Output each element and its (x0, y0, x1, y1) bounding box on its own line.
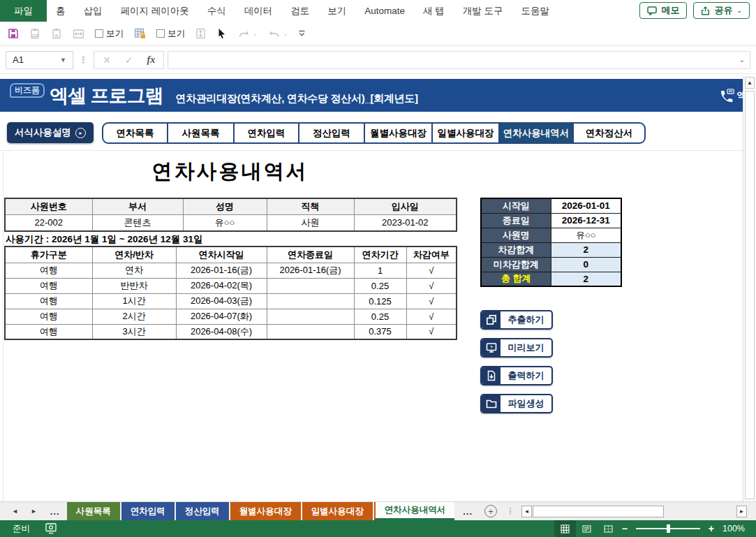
undo-button[interactable]: ⌄ (268, 29, 288, 38)
table-cell[interactable] (267, 309, 354, 324)
nav-tab-daily-ledger[interactable]: 일별사용대장 (431, 124, 498, 142)
sheet-tab-settlement-entry[interactable]: 정산입력 (176, 502, 229, 520)
name-box[interactable]: A1 ▼ (6, 51, 73, 69)
ribbon-tab-insert[interactable]: 삽입 (75, 0, 112, 22)
table-cell[interactable] (267, 324, 354, 339)
table-cell[interactable]: 여행 (5, 293, 92, 309)
new-sheet-button[interactable]: + (484, 505, 497, 517)
table-cell[interactable]: 22-002 (5, 214, 92, 231)
table-cell[interactable]: 2026-04-02(목) (176, 278, 267, 293)
table-cell[interactable]: √ (406, 263, 457, 278)
view-checkbox-1[interactable]: 보기 (95, 28, 124, 40)
protect-sheet-button[interactable] (134, 28, 146, 39)
table-cell[interactable] (267, 278, 354, 293)
ribbon-tab-new-tab[interactable]: 새 탭 (414, 0, 454, 22)
scroll-up-button[interactable]: ▲ (745, 77, 755, 89)
sheet-tab-leave-entry[interactable]: 연차입력 (121, 502, 175, 520)
summary-value[interactable]: 2026-12-31 (551, 213, 621, 228)
table-cell[interactable]: √ (406, 293, 457, 309)
zoom-out-button[interactable]: − (619, 523, 630, 534)
hidden-sheets-left[interactable]: ... (43, 502, 67, 520)
ribbon-tab-automate[interactable]: Automate (355, 0, 414, 22)
scroll-left-button[interactable]: ◄ (521, 506, 532, 517)
table-cell[interactable]: 1 (354, 263, 406, 278)
horizontal-scrollbar[interactable]: ◄ ► (521, 506, 747, 517)
preview-button[interactable]: 미리보기 (480, 338, 553, 358)
hidden-sheets-right[interactable]: ... (456, 502, 480, 520)
table-cell[interactable]: 0.25 (354, 278, 406, 293)
nav-tab-leave-settlement[interactable]: 연차정산서 (572, 124, 644, 142)
table-cell[interactable]: √ (406, 309, 457, 324)
ribbon-tab-page-layout[interactable]: 페이지 레이아웃 (112, 0, 198, 22)
zoom-level[interactable]: 100% (722, 524, 745, 534)
summary-value[interactable]: 2 (551, 272, 621, 286)
table-cell[interactable]: 1시간 (92, 293, 176, 309)
ribbon-tab-view[interactable]: 보기 (318, 0, 355, 22)
summary-value[interactable]: 유○○ (551, 228, 621, 242)
nav-tab-monthly-ledger[interactable]: 월별사용대장 (364, 124, 431, 142)
ribbon-tab-developer[interactable]: 개발 도구 (454, 0, 512, 22)
sheet-tab-usage-statement-active[interactable]: 연차사용내역서 (374, 502, 455, 520)
nav-tab-usage-statement[interactable]: 연차사용내역서 (498, 124, 572, 142)
create-file-button[interactable]: 파일생성 (480, 394, 553, 413)
zoom-in-button[interactable]: + (706, 523, 717, 534)
zoom-slider[interactable] (636, 528, 700, 529)
select-cursor-button[interactable] (216, 28, 227, 39)
table-cell[interactable]: 2026-04-07(화) (176, 309, 267, 324)
sheet-tab-daily-ledger[interactable]: 일별사용대장 (302, 502, 373, 520)
sheet-scroll-right-icon[interactable]: ► (24, 502, 43, 520)
zoom-slider-thumb[interactable] (667, 524, 670, 533)
insert-function-icon[interactable]: fx (147, 54, 155, 66)
autofit-button[interactable] (73, 29, 84, 39)
row-height-button[interactable] (195, 28, 206, 39)
view-checkbox-2[interactable]: 보기 (156, 28, 185, 40)
ribbon-tab-data[interactable]: 데이터 (235, 0, 282, 22)
table-cell[interactable]: 유○○ (183, 214, 267, 231)
formula-input[interactable]: ⌄ (168, 51, 750, 69)
table-cell[interactable]: 콘텐츠 (92, 214, 183, 231)
ribbon-tab-home[interactable]: 홈 (47, 0, 75, 22)
table-cell[interactable]: 연차 (92, 263, 176, 278)
ribbon-tab-file[interactable]: 파일 (0, 0, 47, 22)
summary-value[interactable]: 2 (551, 242, 621, 257)
table-cell[interactable]: 2026-01-16(금) (267, 263, 354, 278)
table-cell[interactable]: 3시간 (92, 324, 176, 339)
extract-button[interactable]: 추출하기 (480, 310, 553, 330)
cancel-icon[interactable]: ✕ (103, 54, 111, 66)
table-cell[interactable]: √ (406, 278, 457, 293)
nav-tab-employee-list[interactable]: 사원목록 (167, 124, 233, 142)
ribbon-tab-formulas[interactable]: 수식 (198, 0, 235, 22)
table-cell[interactable]: 여행 (5, 278, 92, 293)
enter-icon[interactable]: ✓ (125, 54, 133, 66)
table-cell[interactable]: 2026-01-16(금) (176, 263, 267, 278)
table-cell[interactable]: 여행 (5, 263, 92, 278)
sheet-scroll-left-icon[interactable]: ◄ (0, 502, 24, 520)
table-cell[interactable]: 여행 (5, 324, 92, 339)
horizontal-scroll-thumb[interactable] (533, 506, 664, 517)
table-cell[interactable]: √ (406, 324, 457, 339)
customize-toolbar-button[interactable] (298, 30, 306, 37)
table-cell[interactable]: 2026-04-03(금) (176, 293, 267, 309)
table-cell[interactable]: 2시간 (92, 309, 176, 324)
table-cell[interactable]: 0.25 (354, 309, 406, 324)
summary-value[interactable]: 2026-01-01 (551, 198, 621, 213)
table-cell[interactable]: 2023-01-02 (354, 214, 457, 231)
ribbon-tab-help[interactable]: 도움말 (512, 0, 559, 22)
paste-values-button[interactable]: 123 (29, 28, 40, 39)
comments-button[interactable]: 메모 (639, 2, 687, 19)
normal-view-button[interactable] (554, 520, 576, 537)
save-button[interactable] (8, 28, 19, 39)
sheet-tab-monthly-ledger[interactable]: 월별사용대장 (230, 502, 301, 520)
nav-tab-settlement-entry[interactable]: 정산입력 (298, 124, 364, 142)
page-layout-view-button[interactable] (576, 520, 598, 537)
table-cell[interactable] (267, 293, 354, 309)
table-cell[interactable]: 사원 (267, 214, 354, 231)
share-button[interactable]: 공유 ⌄ (693, 2, 750, 19)
redo-button[interactable]: ⌄ (237, 29, 258, 38)
page-break-view-button[interactable] (598, 520, 619, 537)
summary-value[interactable]: 0 (551, 257, 621, 272)
print-button[interactable]: 출력하기 (480, 366, 553, 385)
expand-formula-bar-icon[interactable]: ⌄ (739, 56, 745, 64)
table-cell[interactable]: 반반차 (92, 278, 176, 293)
nav-tab-leave-list[interactable]: 연차목록 (103, 124, 167, 142)
